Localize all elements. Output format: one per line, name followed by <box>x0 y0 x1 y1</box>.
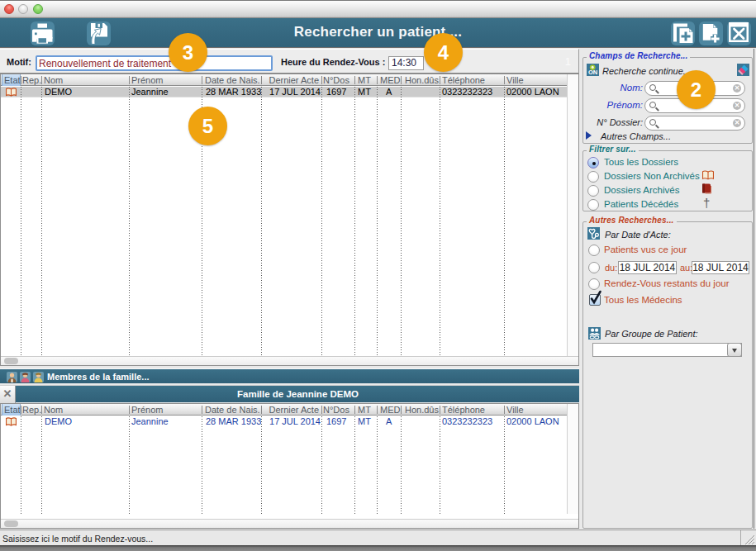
svg-text:ON: ON <box>588 69 597 76</box>
